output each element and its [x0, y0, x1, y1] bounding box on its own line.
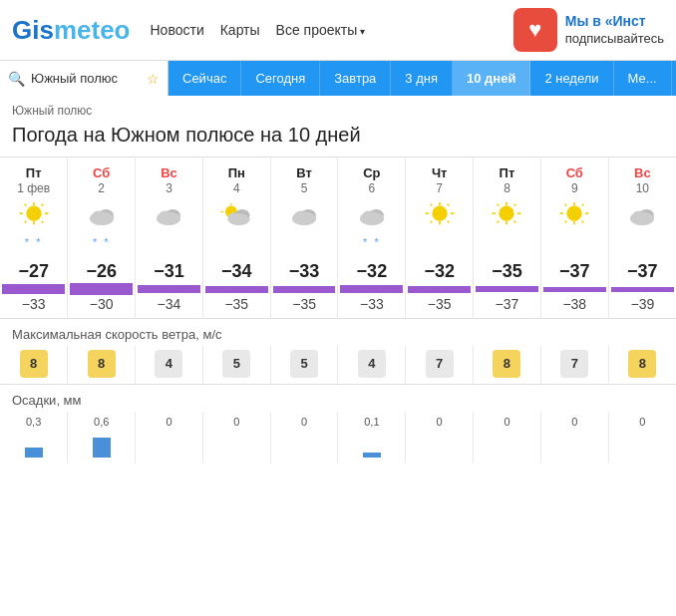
rain-value-4: 0	[273, 416, 336, 428]
wind-7: 8	[474, 346, 541, 384]
svg-line-38	[447, 221, 449, 223]
rain-6: 0	[406, 412, 474, 463]
svg-line-40	[447, 204, 449, 206]
svg-line-47	[514, 221, 516, 223]
rain-bar-0	[25, 448, 43, 458]
day-7: Пт8	[474, 157, 541, 196]
day-4: Вт5	[270, 157, 338, 196]
svg-point-41	[500, 206, 514, 221]
tab-tomorrow[interactable]: Завтра	[320, 61, 391, 96]
svg-line-7	[24, 221, 26, 223]
icon-5	[338, 195, 406, 230]
nav: Новости Карты Все проекты	[151, 22, 366, 38]
svg-point-50	[567, 206, 582, 221]
instagram-text: Мы в «Инстподписывайтесь	[565, 12, 664, 48]
snow-4	[270, 230, 338, 253]
rain-1: 0,6	[68, 412, 136, 463]
instagram-promo[interactable]: ♥ Мы в «Инстподписывайтесь	[513, 8, 664, 52]
rain-value-2: 0	[138, 416, 200, 428]
temp-high-1: −26	[68, 253, 136, 282]
svg-line-6	[41, 221, 43, 223]
wind-value-1: 8	[88, 350, 116, 378]
tab-now[interactable]: Сейчас	[169, 61, 241, 96]
temp-low-1: −30	[68, 296, 136, 319]
rain-value-7: 0	[476, 416, 538, 428]
rain-bar-5	[363, 453, 381, 458]
wind-value-8: 7	[560, 350, 588, 378]
tab-today[interactable]: Сегодня	[241, 61, 320, 96]
tab-10days[interactable]: 10 дней	[453, 61, 530, 96]
days-row: Пт1 фев Сб2 Вс3 Пн4 Вт5 Ср6 Чт7 Пт8 Сб9 …	[0, 157, 676, 196]
rain-row: 0,3 0,6 0 0 0 0,1	[0, 412, 676, 463]
temp-high-9: −37	[608, 253, 676, 282]
icon-1	[68, 195, 136, 230]
svg-line-46	[498, 204, 500, 206]
temp-bar-row	[0, 282, 676, 296]
temp-high-3: −34	[202, 253, 270, 282]
rain-value-8: 0	[543, 416, 606, 428]
snow-5: * *	[338, 230, 406, 253]
weather-table: Пт1 фев Сб2 Вс3 Пн4 Вт5 Ср6 Чт7 Пт8 Сб9 …	[0, 156, 676, 319]
search-box[interactable]: 🔍 ☆	[0, 61, 169, 96]
wind-0: 8	[0, 346, 68, 384]
tab-month[interactable]: Ме...	[614, 61, 672, 96]
day-9: Вс10	[608, 157, 676, 196]
temp-high-row: −27 −26 −31 −34 −33 −32 −32 −35 −37 −37	[0, 253, 676, 282]
icon-7	[474, 195, 541, 230]
svg-point-16	[158, 211, 181, 225]
wind-value-4: 5	[290, 350, 318, 378]
bar-3	[202, 282, 270, 296]
wind-value-0: 8	[20, 350, 48, 378]
svg-point-62	[630, 211, 654, 225]
temp-high-6: −32	[406, 253, 474, 282]
snow-7	[474, 230, 541, 253]
bar-5	[338, 282, 406, 296]
temp-low-8: −38	[540, 296, 608, 319]
nav-maps[interactable]: Карты	[220, 22, 260, 38]
rain-value-3: 0	[205, 416, 268, 428]
wind-value-7: 8	[493, 350, 520, 378]
favorite-icon[interactable]: ☆	[147, 71, 160, 87]
snow-6	[406, 230, 474, 253]
instagram-icon: ♥	[513, 8, 557, 52]
search-input[interactable]	[31, 71, 141, 86]
svg-line-58	[582, 204, 584, 206]
rain-value-1: 0,6	[70, 416, 133, 428]
temp-high-4: −33	[270, 253, 338, 282]
bar-7	[474, 282, 541, 296]
tab-2weeks[interactable]: 2 недели	[530, 61, 613, 96]
bar-0	[0, 282, 68, 296]
wind-1: 8	[68, 346, 136, 384]
bar-1	[68, 282, 136, 296]
nav-news[interactable]: Новости	[151, 22, 204, 38]
header: Gismeteo Новости Карты Все проекты ♥ Мы …	[0, 0, 676, 61]
svg-point-32	[432, 206, 447, 221]
rain-2: 0	[136, 412, 203, 463]
svg-point-31	[360, 211, 384, 225]
nav-projects[interactable]: Все проекты	[276, 22, 366, 38]
rain-7: 0	[474, 412, 541, 463]
wind-value-6: 7	[426, 350, 454, 378]
snow-0: * *	[0, 230, 68, 253]
svg-point-27	[292, 211, 316, 225]
wind-section-header: Максимальная скорость ветра, м/с	[0, 319, 676, 346]
wind-row: 8 8 4 5 5 4 7 8 7 8	[0, 346, 676, 384]
temp-low-9: −39	[608, 296, 676, 319]
temp-low-2: −34	[136, 296, 203, 319]
search-icon: 🔍	[8, 71, 25, 87]
logo[interactable]: Gismeteo	[12, 15, 131, 46]
bar-2	[136, 282, 203, 296]
bar-9	[608, 282, 676, 296]
temp-low-3: −35	[202, 296, 270, 319]
bar-6	[406, 282, 474, 296]
svg-line-49	[514, 204, 516, 206]
tab-3days[interactable]: 3 дня	[391, 61, 453, 96]
rain-section-header: Осадки, мм	[0, 385, 676, 412]
wind-4: 5	[270, 346, 338, 384]
day-5: Ср6	[338, 157, 406, 196]
snow-9	[608, 230, 676, 253]
rain-value-0: 0,3	[2, 416, 65, 428]
snow-row: * * * * * *	[0, 230, 676, 253]
search-tabs-bar: 🔍 ☆ Сейчас Сегодня Завтра 3 дня 10 дней …	[0, 61, 676, 96]
temp-low-5: −33	[338, 296, 406, 319]
